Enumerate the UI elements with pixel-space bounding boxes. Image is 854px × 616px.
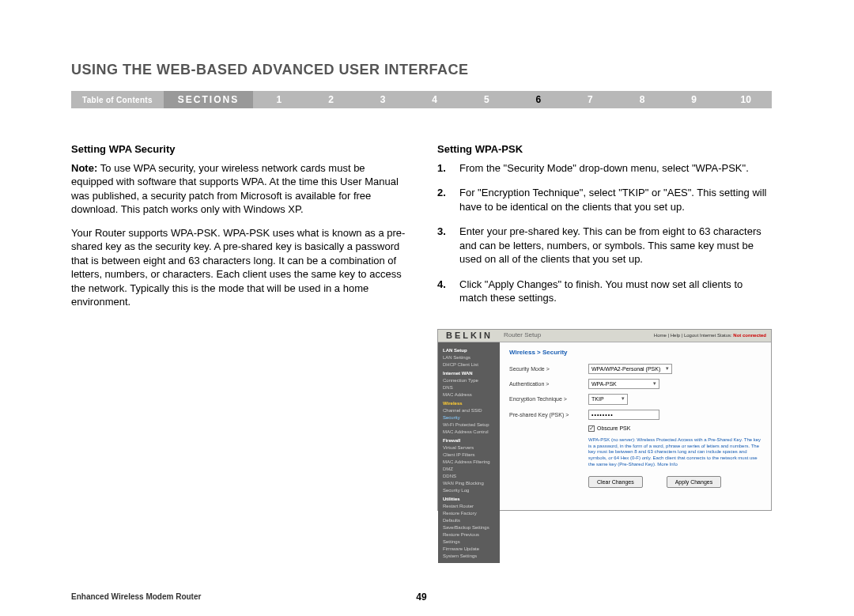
clear-changes-button[interactable]: Clear Changes <box>588 476 643 488</box>
sidebar-conn-type[interactable]: Connection Type <box>443 377 495 384</box>
router-sidebar: LAN Setup LAN Settings DHCP Client List … <box>438 342 500 563</box>
page-footer: Enhanced Wireless Modem Router 49 <box>71 592 772 601</box>
auth-select[interactable]: WPA-PSK <box>588 379 659 389</box>
step-4: 4.Click "Apply Changes" to finish. You m… <box>437 278 772 305</box>
step-2: 2.For "Encryption Technique", select "TK… <box>437 186 772 214</box>
router-top-links[interactable]: Home | Help | Logout Internet Status: No… <box>654 332 771 338</box>
sidebar-mac-filter[interactable]: MAC Address Filtering <box>443 459 495 466</box>
left-heading: Setting WPA Security <box>71 142 406 157</box>
router-topbar: BELKIN Router Setup Home | Help | Logout… <box>438 330 771 342</box>
page-title: USING THE WEB-BASED ADVANCED USER INTERF… <box>71 62 469 78</box>
enc-label: Encryption Technique > <box>509 395 588 402</box>
nav-section-6[interactable]: 6 <box>512 94 565 105</box>
nav-sections-label: SECTIONS <box>164 91 253 108</box>
left-column: Setting WPA Security Note: To use WPA se… <box>71 142 406 511</box>
obscure-psk-checkbox[interactable] <box>588 425 595 432</box>
sidebar-utilities[interactable]: Utilities <box>443 496 495 503</box>
left-note-paragraph: Note: To use WPA security, your wireless… <box>71 161 406 217</box>
sidebar-channel-ssid[interactable]: Channel and SSID <box>443 407 495 414</box>
sidebar-ddns[interactable]: DDNS <box>443 473 495 480</box>
step-1: 1.From the "Security Mode" drop-down men… <box>437 161 772 176</box>
sidebar-internet-wan[interactable]: Internet WAN <box>443 370 495 377</box>
sidebar-virtual-servers[interactable]: Virtual Servers <box>443 444 495 452</box>
obscure-psk-label: Obscure PSK <box>597 425 630 432</box>
nav-toc-link[interactable]: Table of Contents <box>71 96 164 104</box>
nav-section-9[interactable]: 9 <box>668 94 720 105</box>
nav-section-3[interactable]: 3 <box>357 94 409 105</box>
footer-product-name: Enhanced Wireless Modem Router <box>71 592 201 601</box>
footer-page-number: 49 <box>416 591 426 603</box>
sidebar-lan-setup[interactable]: LAN Setup <box>443 347 495 354</box>
security-mode-select[interactable]: WPA/WPA2-Personal (PSK) <box>588 364 672 374</box>
sidebar-wireless[interactable]: Wireless <box>443 400 495 407</box>
nav-section-10[interactable]: 10 <box>720 94 772 105</box>
step-3: 3.Enter your pre-shared key. This can be… <box>437 225 772 266</box>
router-ui-screenshot: BELKIN Router Setup Home | Help | Logout… <box>437 329 772 511</box>
sidebar-mac-control[interactable]: MAC Address Control <box>443 429 495 436</box>
sidebar-restore-prev[interactable]: Restore Previous Settings <box>443 531 495 546</box>
sidebar-dmz[interactable]: DMZ <box>443 466 495 473</box>
router-main-panel: Wireless > Security Security Mode > WPA/… <box>500 342 771 563</box>
sidebar-firmware[interactable]: Firmware Update <box>443 546 495 553</box>
nav-section-2[interactable]: 2 <box>305 94 357 105</box>
psk-label: Pre-shared Key (PSK) > <box>509 411 588 418</box>
nav-section-8[interactable]: 8 <box>616 94 668 105</box>
psk-help-text: WPA-PSK (no server): Wireless Protected … <box>588 437 761 468</box>
sidebar-dhcp[interactable]: DHCP Client List <box>443 361 495 368</box>
left-paragraph-2: Your Router supports WPA-PSK. WPA-PSK us… <box>71 226 406 309</box>
nav-section-4[interactable]: 4 <box>409 94 461 105</box>
apply-changes-button[interactable]: Apply Changes <box>667 476 721 488</box>
sidebar-wps[interactable]: Wi-Fi Protected Setup <box>443 421 495 429</box>
auth-label: Authentication > <box>509 380 588 387</box>
content-columns: Setting WPA Security Note: To use WPA se… <box>71 142 772 511</box>
right-column: Setting WPA-PSK 1.From the "Security Mod… <box>437 142 772 511</box>
steps-list: 1.From the "Security Mode" drop-down men… <box>437 161 772 305</box>
sidebar-restart[interactable]: Restart Router <box>443 503 495 510</box>
sidebar-client-ip[interactable]: Client IP Filters <box>443 452 495 459</box>
nav-section-1[interactable]: 1 <box>253 94 305 105</box>
section-nav-bar: Table of Contents SECTIONS 1 2 3 4 5 6 7… <box>71 91 772 108</box>
sidebar-restore-defaults[interactable]: Restore Factory Defaults <box>443 510 495 524</box>
sidebar-mac[interactable]: MAC Address <box>443 391 495 399</box>
sidebar-firewall[interactable]: Firewall <box>443 437 495 444</box>
sidebar-seclog[interactable]: Security Log <box>443 487 495 494</box>
right-heading: Setting WPA-PSK <box>437 142 772 157</box>
sidebar-dns[interactable]: DNS <box>443 384 495 391</box>
router-setup-label: Router Setup <box>501 331 541 340</box>
sidebar-lan-settings[interactable]: LAN Settings <box>443 354 495 361</box>
nav-section-7[interactable]: 7 <box>565 94 617 105</box>
sidebar-wan-ping[interactable]: WAN Ping Blocking <box>443 480 495 487</box>
psk-input[interactable]: •••••••• <box>588 410 659 420</box>
sidebar-security[interactable]: Security <box>443 414 495 421</box>
enc-select[interactable]: TKIP <box>588 394 628 404</box>
sidebar-system[interactable]: System Settings <box>443 553 495 560</box>
nav-section-5[interactable]: 5 <box>460 94 512 105</box>
sidebar-backup[interactable]: Save/Backup Settings <box>443 524 495 531</box>
router-breadcrumb: Wireless > Security <box>509 349 761 357</box>
belkin-logo: BELKIN <box>438 330 501 342</box>
security-mode-label: Security Mode > <box>509 365 588 372</box>
